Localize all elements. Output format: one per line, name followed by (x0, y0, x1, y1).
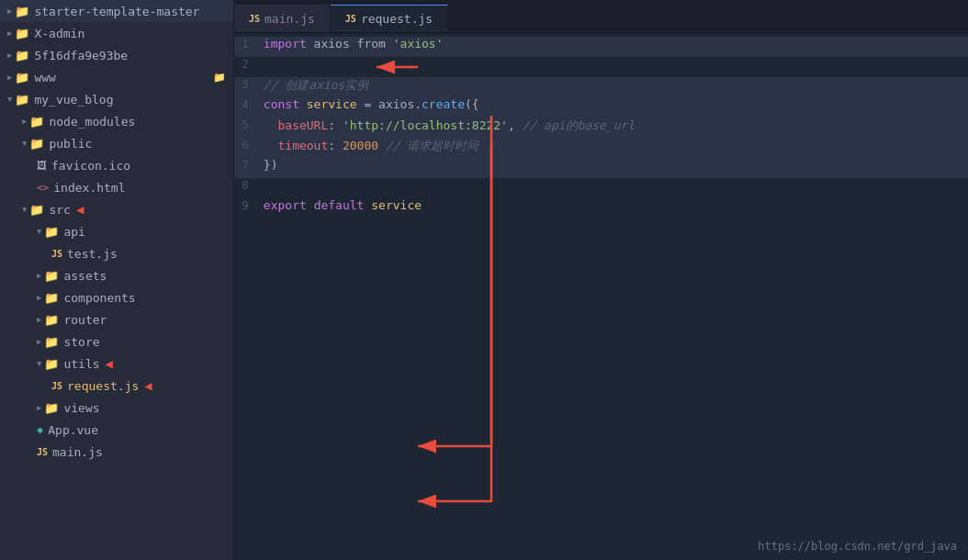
item-label: X-admin (34, 27, 84, 40)
sidebar-item-public[interactable]: ▼📁public (0, 132, 233, 154)
item-label: request.js (67, 379, 139, 393)
folder-icon: 📁 (15, 49, 29, 62)
folder-icon: 📁 (44, 401, 59, 415)
main-editor-area: JSmain.jsJSrequest.js 1import axios from… (234, 0, 968, 560)
item-label: 5f16dfa9e93be (34, 49, 128, 62)
tab-label: request.js (361, 12, 433, 26)
file-js-icon: JS (37, 447, 48, 457)
line-content: // 创建axios实例 (264, 77, 961, 94)
sidebar-item-index-html[interactable]: <>index.html (0, 176, 233, 198)
folder-arrow-icon: ▶ (37, 315, 41, 324)
line-number: 1 (234, 37, 264, 50)
item-label: App.vue (48, 423, 98, 437)
file-html-icon: <> (37, 182, 49, 194)
sidebar-item-views[interactable]: ▶📁views (0, 397, 233, 419)
folder-arrow-icon: ▼ (22, 205, 27, 214)
item-label: main.js (52, 445, 103, 459)
sidebar-item-app-vue[interactable]: ◈App.vue (0, 419, 233, 441)
line-number: 5 (234, 118, 264, 131)
sidebar-item-my_vue_blog[interactable]: ▼📁my_vue_blog (0, 88, 233, 110)
item-label: www (34, 71, 55, 84)
folder-icon: 📁 (15, 71, 29, 84)
folder-arrow-icon: ▶ (7, 73, 12, 82)
tab-main-js-tab[interactable]: JSmain.js (234, 5, 331, 32)
new-folder-icon: 📁 (213, 72, 226, 84)
item-label: starter-template-master (34, 5, 199, 18)
sidebar-item-store[interactable]: ▶📁store (0, 330, 233, 353)
item-label: router (63, 313, 107, 327)
folder-arrow-icon: ▶ (37, 293, 41, 302)
sidebar-item-favicon[interactable]: 🖼favicon.ico (0, 154, 233, 176)
folder-arrow-icon: ▶ (7, 50, 12, 60)
item-label: public (49, 137, 92, 151)
sidebar-item-x-admin[interactable]: ▶📁X-admin (0, 22, 233, 44)
sidebar-item-starter-template[interactable]: ▶📁starter-template-master (0, 0, 233, 22)
item-label: node_modules (49, 115, 135, 129)
sidebar-item-request-js[interactable]: JSrequest.js◀ (0, 375, 233, 397)
folder-arrow-icon: ▶ (37, 271, 41, 280)
item-label: views (63, 401, 99, 415)
folder-icon: 📁 (44, 269, 59, 283)
sidebar-item-src[interactable]: ▼📁src◀ (0, 198, 233, 220)
folder-icon: 📁 (29, 115, 44, 129)
line-content: timeout: 20000 // 请求超时时间 (264, 138, 961, 154)
tab-label: main.js (265, 12, 315, 26)
sidebar-item-router[interactable]: ▶📁router (0, 308, 233, 330)
code-line-4: 4const service = axios.create({ (234, 97, 968, 118)
line-number: 7 (234, 158, 264, 172)
file-explorer: ▶📁starter-template-master▶📁X-admin▶📁5f16… (0, 0, 234, 560)
sidebar-item-node_modules[interactable]: ▶📁node_modules (0, 110, 233, 132)
sidebar-item-assets[interactable]: ▶📁assets (0, 264, 233, 286)
red-arrow-icon: ◀ (144, 378, 152, 393)
line-content: const service = axios.create({ (264, 97, 961, 111)
red-arrow-icon: ◀ (76, 202, 84, 217)
sidebar-item-components[interactable]: ▶📁components (0, 286, 233, 308)
folder-icon: 📁 (44, 291, 59, 305)
line-number: 9 (234, 198, 264, 212)
watermark: https://blog.csdn.net/grd_java (758, 540, 957, 553)
sidebar-item-test-js[interactable]: JStest.js (0, 242, 233, 264)
code-line-8: 8 (234, 178, 968, 198)
sidebar-item-main-js[interactable]: JSmain.js (0, 441, 233, 463)
sidebar-item-www[interactable]: ▶📁www📁 (0, 66, 233, 88)
item-label: assets (63, 269, 107, 283)
line-content: baseURL: 'http://localhost:8222', // api… (264, 118, 961, 134)
folder-arrow-icon: ▶ (37, 403, 41, 412)
line-number: 8 (234, 178, 264, 192)
item-label: test.js (67, 247, 118, 261)
code-editor[interactable]: 1import axios from 'axios'23// 创建axios实例… (234, 33, 968, 560)
item-label: store (63, 335, 99, 349)
folder-icon: 📁 (15, 5, 29, 18)
line-content: import axios from 'axios' (264, 37, 961, 50)
sidebar-item-api[interactable]: ▼📁api (0, 220, 233, 242)
tab-bar: JSmain.jsJSrequest.js (234, 0, 968, 33)
folder-icon: 📁 (15, 27, 29, 40)
file-vue-icon: ◈ (37, 423, 43, 436)
folder-icon: 📁 (29, 137, 44, 151)
folder-icon: 📁 (29, 203, 44, 217)
line-number: 2 (234, 57, 264, 71)
item-label: src (49, 203, 70, 217)
code-line-6: 6 timeout: 20000 // 请求超时时间 (234, 138, 968, 158)
item-label: my_vue_blog (34, 93, 113, 106)
code-line-2: 2 (234, 57, 968, 77)
sidebar-item-utils[interactable]: ▼📁utils◀ (0, 353, 233, 375)
line-number: 6 (234, 138, 264, 151)
folder-arrow-icon: ▼ (22, 139, 27, 148)
folder-arrow-icon: ▶ (37, 337, 41, 346)
folder-arrow-icon: ▼ (37, 227, 41, 236)
code-line-9: 9export default service (234, 198, 968, 218)
line-number: 4 (234, 97, 264, 111)
tab-file-icon: JS (345, 14, 356, 24)
line-number: 3 (234, 77, 264, 91)
folder-arrow-icon: ▼ (7, 95, 12, 104)
file-js-icon: JS (51, 249, 62, 259)
file-js-icon: JS (51, 381, 62, 391)
folder-icon: 📁 (15, 93, 29, 106)
red-arrow-icon: ◀ (106, 356, 113, 371)
folder-arrow-icon: ▶ (7, 28, 12, 38)
tab-request-js-tab[interactable]: JSrequest.js (331, 5, 448, 32)
item-label: favicon.ico (51, 159, 130, 173)
code-line-7: 7}) (234, 158, 968, 178)
sidebar-item-hash[interactable]: ▶📁5f16dfa9e93be (0, 44, 233, 66)
